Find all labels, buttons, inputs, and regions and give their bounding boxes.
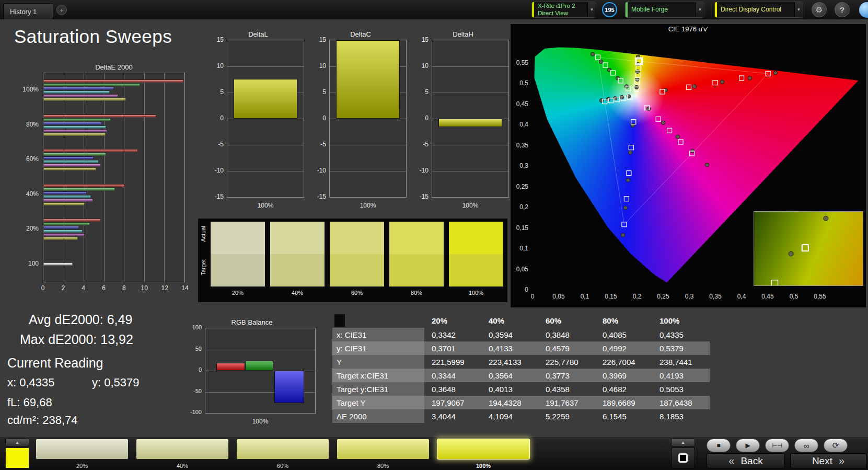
target-swatch [389, 254, 444, 286]
next-label: Next [812, 455, 832, 467]
source-dropdown[interactable]: Mobile Forge ▼ [625, 2, 704, 18]
cell-value: 0,4085 [595, 330, 652, 339]
swatch-40%[interactable] [270, 222, 325, 286]
level-button-60%[interactable] [236, 439, 329, 460]
x-tick-label: 10 [141, 284, 148, 292]
scroll-up-icon[interactable]: ▲ [671, 438, 695, 446]
swatch-20%[interactable] [211, 222, 265, 286]
cell-value: 0,4013 [481, 385, 538, 394]
chart-title: RGB Balance [182, 318, 322, 326]
swatch-80%[interactable] [389, 222, 444, 286]
level-button-40%[interactable] [136, 439, 229, 460]
y-tick-label: 0,05 [511, 266, 528, 273]
measured-point [624, 85, 628, 88]
max-de2000-stat: Max dE2000: 13,92 [20, 332, 133, 347]
target-point [667, 128, 672, 133]
scroll-up-icon[interactable]: ▲ [5, 438, 29, 446]
target-point [603, 63, 608, 67]
deltae2000-plot [43, 73, 185, 282]
cell-value: 3,4044 [424, 412, 481, 421]
gear-icon[interactable]: ⚙ [812, 2, 827, 17]
swatch-level-label: 40% [292, 290, 303, 296]
deltal-plot [227, 40, 304, 198]
table-row: Target Y197,9067194,4328191,7637189,6689… [332, 396, 710, 409]
row-label: y: CIE31 [332, 341, 424, 355]
measure-range-button[interactable]: ⊢⊣ [765, 439, 789, 452]
target-swatch [211, 254, 265, 286]
display-control-dropdown[interactable]: Direct Display Control ▼ [714, 2, 803, 18]
delta-e-bar [43, 153, 106, 156]
edge-button[interactable] [859, 2, 868, 18]
help-icon[interactable]: ? [835, 2, 850, 17]
window-pattern-button[interactable] [671, 448, 695, 468]
delta-e-bar [43, 94, 118, 97]
y-tick-label: 0,55 [511, 59, 528, 66]
y-tick-label: 0,3 [511, 162, 528, 169]
delta-e-bar [43, 226, 79, 229]
level-button-100%[interactable] [437, 439, 530, 460]
column-header: 20% [424, 316, 481, 325]
current-cdm2-value: cd/m²: 238,74 [7, 414, 78, 427]
x-tick-label: 0,3 [685, 293, 694, 300]
y-tick-label: 5 [207, 88, 224, 96]
cell-value: 0,5053 [652, 385, 709, 394]
level-button-20%[interactable] [36, 439, 129, 460]
continuous-read-button[interactable]: ∞ [794, 439, 818, 452]
cell-value: 0,3342 [424, 330, 481, 339]
table-corner-box [334, 314, 345, 327]
swatch-level-label: 20% [232, 290, 244, 296]
grid-line [432, 171, 508, 171]
swatch-60%[interactable] [330, 222, 384, 286]
top-bar: History 1 + X-Rite i1Pro 2 Direct View ▼… [0, 0, 868, 19]
delta-e-bar [43, 129, 107, 132]
delta-e-bar [43, 122, 102, 125]
cie-1976-diagram: CIE 1976 u'v' 0,550,50,450,40,350,30,250… [511, 24, 866, 307]
cell-value: 8,1853 [652, 412, 709, 421]
actual-swatch [211, 222, 265, 254]
x-tick-label: 6 [102, 284, 106, 292]
play-button[interactable]: ▶ [736, 439, 760, 452]
swatch-100%[interactable] [449, 222, 503, 286]
delta-e-bar [43, 191, 87, 194]
y-tick-label: 40% [20, 190, 39, 198]
back-chevron-icon: « [728, 455, 734, 467]
cell-value: 6,1545 [595, 412, 652, 421]
meter-mode: Direct View [538, 10, 585, 17]
back-label: Back [740, 455, 762, 467]
column-header: 100% [652, 316, 709, 325]
y-tick-label: 0 [207, 114, 224, 122]
level-button-80%[interactable] [337, 439, 430, 460]
rgb-y-axis: 100500-50-100 [182, 328, 203, 414]
y-tick-label: 0,4 [511, 121, 528, 128]
refresh-button[interactable]: ⟳ [824, 439, 848, 452]
deltah-plot [432, 40, 509, 198]
deltac-y-axis: 151050-5-10-15 [309, 40, 327, 198]
table-row: ΔE 20003,40444,10945,22596,15458,1853 [332, 409, 710, 423]
y-tick-label: -5 [207, 141, 224, 148]
back-button[interactable]: « Back [707, 453, 785, 468]
next-button[interactable]: Next » [790, 453, 866, 468]
y-tick-label: -15 [207, 193, 224, 200]
delta-e-bar [43, 83, 140, 86]
meter-count-badge[interactable]: 195 [602, 2, 617, 17]
cell-value: 0,4358 [538, 385, 595, 394]
delta-e-bar [43, 188, 115, 191]
y-tick-label: -5 [309, 141, 326, 148]
cell-value: 191,7637 [538, 398, 595, 407]
deltaC-bar [336, 40, 400, 119]
meter-dropdown[interactable]: X-Rite i1Pro 2 Direct View ▼ [531, 2, 596, 18]
actual-swatch [449, 222, 503, 254]
add-tab-button[interactable]: + [56, 5, 67, 15]
grid-line [330, 145, 406, 145]
actual-swatch [330, 222, 384, 254]
delta-e-bar [43, 118, 111, 121]
target-swatch [449, 254, 503, 286]
stop-button[interactable]: ■ [707, 439, 731, 452]
target-point [739, 76, 744, 81]
tab-history[interactable]: History 1 [3, 3, 53, 19]
measured-point [628, 151, 632, 154]
target-point [611, 71, 616, 75]
y-tick-label: -15 [309, 193, 326, 200]
grid-line [144, 73, 145, 282]
delta-e-bar [43, 114, 156, 118]
